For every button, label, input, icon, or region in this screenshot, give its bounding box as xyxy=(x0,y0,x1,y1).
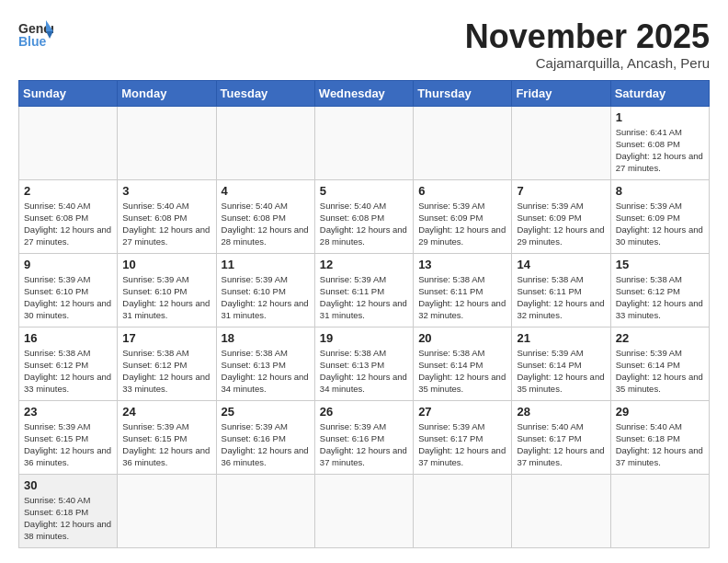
table-row: 23Sunrise: 5:39 AMSunset: 6:15 PMDayligh… xyxy=(19,400,118,474)
day-info: Sunrise: 5:39 AMSunset: 6:14 PMDaylight:… xyxy=(616,347,704,396)
col-sunday: Sunday xyxy=(19,80,118,106)
day-info: Sunrise: 5:39 AMSunset: 6:11 PMDaylight:… xyxy=(320,273,408,322)
table-row: 6Sunrise: 5:39 AMSunset: 6:09 PMDaylight… xyxy=(414,179,512,253)
table-row xyxy=(414,106,512,179)
day-number: 19 xyxy=(320,331,408,345)
day-number: 27 xyxy=(418,405,506,419)
table-row: 15Sunrise: 5:38 AMSunset: 6:12 PMDayligh… xyxy=(610,253,709,327)
col-monday: Monday xyxy=(118,80,216,106)
day-number: 3 xyxy=(122,184,210,198)
svg-text:Blue: Blue xyxy=(18,34,47,48)
day-info: Sunrise: 5:39 AMSunset: 6:16 PMDaylight:… xyxy=(320,420,408,469)
table-row xyxy=(216,106,314,179)
calendar-body: 1Sunrise: 6:41 AMSunset: 6:08 PMDaylight… xyxy=(19,106,710,547)
day-number: 18 xyxy=(222,331,310,345)
day-number: 11 xyxy=(222,258,310,271)
col-saturday: Saturday xyxy=(610,80,709,106)
day-number: 4 xyxy=(222,184,310,198)
day-number: 8 xyxy=(616,184,704,198)
day-info: Sunrise: 5:40 AMSunset: 6:08 PMDaylight:… xyxy=(320,200,408,248)
day-info: Sunrise: 5:38 AMSunset: 6:14 PMDaylight:… xyxy=(418,347,506,396)
day-info: Sunrise: 5:39 AMSunset: 6:09 PMDaylight:… xyxy=(517,200,605,248)
day-info: Sunrise: 5:39 AMSunset: 6:09 PMDaylight:… xyxy=(616,200,704,248)
day-info: Sunrise: 5:39 AMSunset: 6:16 PMDaylight:… xyxy=(222,420,310,469)
day-number: 2 xyxy=(24,184,112,198)
table-row xyxy=(118,474,216,547)
day-number: 15 xyxy=(616,258,704,271)
table-row xyxy=(512,106,610,179)
table-row: 29Sunrise: 5:40 AMSunset: 6:18 PMDayligh… xyxy=(610,400,709,474)
table-row: 24Sunrise: 5:39 AMSunset: 6:15 PMDayligh… xyxy=(118,400,216,474)
table-row: 20Sunrise: 5:38 AMSunset: 6:14 PMDayligh… xyxy=(414,327,512,400)
day-number: 22 xyxy=(616,331,704,345)
day-info: Sunrise: 5:38 AMSunset: 6:12 PMDaylight:… xyxy=(616,273,704,322)
day-number: 12 xyxy=(320,258,408,271)
day-info: Sunrise: 5:40 AMSunset: 6:18 PMDaylight:… xyxy=(616,420,704,469)
day-info: Sunrise: 5:38 AMSunset: 6:13 PMDaylight:… xyxy=(222,347,310,396)
table-row: 17Sunrise: 5:38 AMSunset: 6:12 PMDayligh… xyxy=(118,327,216,400)
table-row: 9Sunrise: 5:39 AMSunset: 6:10 PMDaylight… xyxy=(19,253,118,327)
table-row xyxy=(610,474,709,547)
day-number: 23 xyxy=(24,405,112,419)
day-info: Sunrise: 5:40 AMSunset: 6:17 PMDaylight:… xyxy=(517,420,605,469)
day-info: Sunrise: 5:39 AMSunset: 6:10 PMDaylight:… xyxy=(24,273,112,322)
day-number: 17 xyxy=(122,331,210,345)
day-info: Sunrise: 6:41 AMSunset: 6:08 PMDaylight:… xyxy=(616,126,704,175)
title-block: November 2025 Cajamarquilla, Ancash, Per… xyxy=(465,18,710,71)
table-row: 18Sunrise: 5:38 AMSunset: 6:13 PMDayligh… xyxy=(216,327,314,400)
day-info: Sunrise: 5:38 AMSunset: 6:12 PMDaylight:… xyxy=(122,347,210,396)
table-row: 26Sunrise: 5:39 AMSunset: 6:16 PMDayligh… xyxy=(314,400,413,474)
calendar-header: General Blue November 2025 Cajamarquilla… xyxy=(18,18,710,71)
table-row: 13Sunrise: 5:38 AMSunset: 6:11 PMDayligh… xyxy=(414,253,512,327)
table-row: 19Sunrise: 5:38 AMSunset: 6:13 PMDayligh… xyxy=(314,327,413,400)
table-row: 2Sunrise: 5:40 AMSunset: 6:08 PMDaylight… xyxy=(19,179,118,253)
day-number: 26 xyxy=(320,405,408,419)
table-row: 28Sunrise: 5:40 AMSunset: 6:17 PMDayligh… xyxy=(512,400,610,474)
day-number: 1 xyxy=(616,110,704,124)
col-thursday: Thursday xyxy=(414,80,512,106)
table-row: 1Sunrise: 6:41 AMSunset: 6:08 PMDaylight… xyxy=(610,106,709,179)
table-row: 21Sunrise: 5:39 AMSunset: 6:14 PMDayligh… xyxy=(512,327,610,400)
day-info: Sunrise: 5:39 AMSunset: 6:10 PMDaylight:… xyxy=(122,273,210,322)
table-row: 11Sunrise: 5:39 AMSunset: 6:10 PMDayligh… xyxy=(216,253,314,327)
col-tuesday: Tuesday xyxy=(216,80,314,106)
day-number: 14 xyxy=(517,258,605,271)
table-row: 8Sunrise: 5:39 AMSunset: 6:09 PMDaylight… xyxy=(610,179,709,253)
day-info: Sunrise: 5:38 AMSunset: 6:11 PMDaylight:… xyxy=(517,273,605,322)
calendar-header-row: Sunday Monday Tuesday Wednesday Thursday… xyxy=(19,80,710,106)
day-number: 29 xyxy=(616,405,704,419)
day-number: 21 xyxy=(517,331,605,345)
table-row: 5Sunrise: 5:40 AMSunset: 6:08 PMDaylight… xyxy=(314,179,413,253)
table-row xyxy=(314,106,413,179)
table-row xyxy=(19,106,118,179)
table-row: 3Sunrise: 5:40 AMSunset: 6:08 PMDaylight… xyxy=(118,179,216,253)
day-number: 6 xyxy=(418,184,506,198)
day-number: 24 xyxy=(122,405,210,419)
day-info: Sunrise: 5:38 AMSunset: 6:12 PMDaylight:… xyxy=(24,347,112,396)
day-number: 7 xyxy=(517,184,605,198)
day-info: Sunrise: 5:39 AMSunset: 6:15 PMDaylight:… xyxy=(24,420,112,469)
day-number: 10 xyxy=(122,258,210,271)
day-info: Sunrise: 5:40 AMSunset: 6:18 PMDaylight:… xyxy=(24,494,112,543)
table-row: 12Sunrise: 5:39 AMSunset: 6:11 PMDayligh… xyxy=(314,253,413,327)
table-row xyxy=(314,474,413,547)
day-number: 20 xyxy=(418,331,506,345)
table-row: 22Sunrise: 5:39 AMSunset: 6:14 PMDayligh… xyxy=(610,327,709,400)
day-info: Sunrise: 5:40 AMSunset: 6:08 PMDaylight:… xyxy=(222,200,310,248)
table-row xyxy=(118,106,216,179)
table-row: 27Sunrise: 5:39 AMSunset: 6:17 PMDayligh… xyxy=(414,400,512,474)
day-info: Sunrise: 5:40 AMSunset: 6:08 PMDaylight:… xyxy=(122,200,210,248)
day-info: Sunrise: 5:38 AMSunset: 6:11 PMDaylight:… xyxy=(418,273,506,322)
day-info: Sunrise: 5:39 AMSunset: 6:15 PMDaylight:… xyxy=(122,420,210,469)
table-row xyxy=(216,474,314,547)
table-row: 25Sunrise: 5:39 AMSunset: 6:16 PMDayligh… xyxy=(216,400,314,474)
calendar-subtitle: Cajamarquilla, Ancash, Peru xyxy=(465,55,710,71)
day-info: Sunrise: 5:39 AMSunset: 6:09 PMDaylight:… xyxy=(418,200,506,248)
day-number: 5 xyxy=(320,184,408,198)
col-wednesday: Wednesday xyxy=(314,80,413,106)
day-number: 25 xyxy=(222,405,310,419)
calendar-table: Sunday Monday Tuesday Wednesday Thursday… xyxy=(18,80,710,548)
table-row: 16Sunrise: 5:38 AMSunset: 6:12 PMDayligh… xyxy=(19,327,118,400)
day-number: 9 xyxy=(24,258,112,271)
table-row: 10Sunrise: 5:39 AMSunset: 6:10 PMDayligh… xyxy=(118,253,216,327)
